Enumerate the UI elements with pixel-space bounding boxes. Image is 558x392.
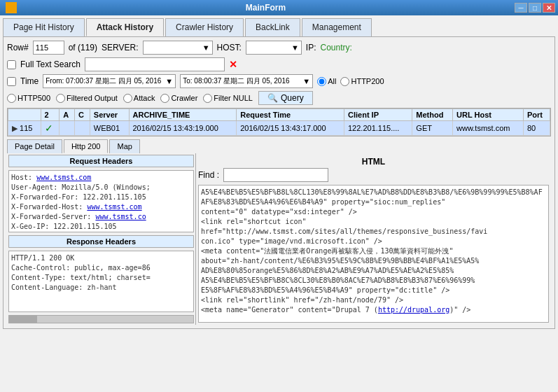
col-num: 2 xyxy=(41,109,60,121)
radio-http200-label[interactable]: HTTP200 xyxy=(340,77,384,86)
col-archive-time: ARCHIVE_TIME xyxy=(129,109,237,121)
main-tabs: Page Hit History Attack History Crawler … xyxy=(3,18,555,36)
cell-url-host: www.tsmst.com xyxy=(453,121,524,136)
radio-attack-label[interactable]: Attack xyxy=(123,94,155,103)
radio-http200[interactable] xyxy=(340,77,349,86)
server-dropdown[interactable]: ▼ xyxy=(143,41,213,55)
server-label: SERVER: xyxy=(102,43,138,52)
radio-http500-label[interactable]: HTTP500 xyxy=(7,94,50,103)
left-panel: Request Headers Host: www.tsmst.com User… xyxy=(7,153,196,325)
bottom-inner: Request Headers Host: www.tsmst.com User… xyxy=(7,153,551,325)
radio-all[interactable] xyxy=(317,77,326,86)
time-label: Time xyxy=(20,76,39,86)
col-client-ip: Client IP xyxy=(344,109,412,121)
radio-crawler-label[interactable]: Crawler xyxy=(160,94,197,103)
filter-row: Time From: 07:00:37 星期二 四月 05, 2016 ▼ To… xyxy=(7,74,551,88)
clear-search-button[interactable]: ✕ xyxy=(229,59,237,70)
row-number-input[interactable] xyxy=(33,41,64,55)
radio-filter-null-label[interactable]: Filter NULL xyxy=(203,94,253,103)
table-row[interactable]: ▶ 115 ✓ WEB01 2016/02/15 13:43:19.000 20… xyxy=(8,121,550,136)
cell-client-ip: 122.201.115.... xyxy=(344,121,412,136)
left-scrollbar[interactable] xyxy=(8,315,194,323)
bottom-container: Page Detail Http 200 Map Request Headers… xyxy=(7,139,551,325)
data-table: 2 A C Server ARCHIVE_TIME Request Time C… xyxy=(8,108,550,136)
cell-a xyxy=(60,121,75,136)
query-button[interactable]: 🔍 Query xyxy=(258,91,313,105)
html-title: HTML xyxy=(198,155,549,168)
search-row: Full Text Search ✕ xyxy=(7,57,551,71)
main-panel: Row# of (119) SERVER: ▼ HOST: ▼ IP: Coun… xyxy=(3,36,555,329)
forwarded-host-link[interactable]: www.tsmst.com xyxy=(87,203,141,211)
row-label: Row# xyxy=(7,43,29,52)
row-controls: Row# of (119) SERVER: ▼ HOST: ▼ IP: Coun… xyxy=(7,41,551,55)
tab-backlink[interactable]: BackLink xyxy=(245,18,300,36)
tab-crawler-history[interactable]: Crawler History xyxy=(165,18,244,36)
cell-server: WEB01 xyxy=(90,121,129,136)
query-row: HTTP500 Filtered Output Attack Crawler F… xyxy=(7,91,551,105)
radio-filtered-label[interactable]: Filtered Output xyxy=(56,94,118,103)
radio-filter-null[interactable] xyxy=(203,94,212,103)
forwarded-server-link[interactable]: www.tsmst.co xyxy=(95,213,146,220)
find-row: Find : xyxy=(198,168,549,182)
to-date-picker[interactable]: To: 08:00:37 星期二 四月 05, 2016 ▼ xyxy=(180,74,313,88)
response-headers-title: Response Headers xyxy=(8,235,194,248)
search-input[interactable] xyxy=(85,57,225,71)
sub-tabs: Page Detail Http 200 Map xyxy=(7,139,551,153)
cell-arrow: ▶ 115 xyxy=(8,121,41,136)
col-a: A xyxy=(60,109,75,121)
col-server: Server xyxy=(90,109,129,121)
cell-request-time: 2016/02/15 13:43:17.000 xyxy=(237,121,344,136)
title-bar: MainForm ─ □ ✕ xyxy=(0,0,558,15)
app-icon xyxy=(6,2,17,13)
cell-method: GET xyxy=(412,121,453,136)
find-label: Find : xyxy=(198,170,219,180)
radio-filtered-output[interactable] xyxy=(56,94,65,103)
time-checkbox[interactable] xyxy=(7,77,16,86)
host-label: HOST: xyxy=(217,43,242,52)
close-button[interactable]: ✕ xyxy=(543,3,555,13)
window-controls: ─ □ ✕ xyxy=(515,3,555,13)
ip-label: IP: xyxy=(306,43,316,52)
request-headers-title: Request Headers xyxy=(8,155,194,167)
sub-tab-page-detail[interactable]: Page Detail xyxy=(7,139,62,153)
sub-tab-map[interactable]: Map xyxy=(109,139,139,153)
cell-check: ✓ xyxy=(41,121,60,136)
host-dropdown[interactable]: ▼ xyxy=(246,41,302,55)
data-table-wrapper: 2 A C Server ARCHIVE_TIME Request Time C… xyxy=(7,108,551,136)
full-text-search-checkbox[interactable] xyxy=(7,60,16,69)
radio-http500[interactable] xyxy=(7,94,16,103)
col-arrow xyxy=(8,109,41,121)
maximize-button[interactable]: □ xyxy=(529,3,541,13)
response-headers-content: HTTP/1.1 200 OK Cache-Control: public, m… xyxy=(8,251,194,313)
find-input[interactable] xyxy=(223,168,328,182)
search-icon: 🔍 xyxy=(267,93,278,103)
from-date-picker[interactable]: From: 07:00:37 星期二 四月 05, 2016 ▼ xyxy=(43,74,176,88)
table-header-row: 2 A C Server ARCHIVE_TIME Request Time C… xyxy=(8,109,550,121)
col-url-host: URL Host xyxy=(453,109,524,121)
tab-attack-history[interactable]: Attack History xyxy=(86,18,164,36)
radio-all-label[interactable]: All xyxy=(317,77,336,86)
radio-crawler[interactable] xyxy=(160,94,169,103)
col-method: Method xyxy=(412,109,453,121)
drupal-link[interactable]: http://drupal.org xyxy=(378,306,449,314)
to-date-value: To: 08:00:37 星期二 四月 05, 2016 xyxy=(183,76,289,86)
html-section: HTML Find : A5%E4%BE%B5%E5%BF%B8L%8CL130… xyxy=(196,153,551,325)
cell-port: 80 xyxy=(523,121,550,136)
request-headers-content: Host: www.tsmst.com User-Agent: Mozilla/… xyxy=(8,170,194,232)
host-link[interactable]: www.tsmst.com xyxy=(36,174,91,181)
tab-management[interactable]: Management xyxy=(302,18,372,36)
from-date-value: From: 07:00:37 星期二 四月 05, 2016 xyxy=(46,76,161,86)
html-content: A5%E4%BE%B5%E5%BF%B8L%8CL130%E8%99%8AL%E… xyxy=(198,185,549,323)
cell-archive-time: 2016/02/15 13:43:19.000 xyxy=(129,121,237,136)
tab-page-hit-history[interactable]: Page Hit History xyxy=(3,18,85,36)
minimize-button[interactable]: ─ xyxy=(515,3,527,13)
radio-attack[interactable] xyxy=(123,94,132,103)
window-title: MainForm xyxy=(17,3,515,13)
main-content: Page Hit History Attack History Crawler … xyxy=(0,15,558,332)
right-panel: HTML Find : A5%E4%BE%B5%E5%BF%B8L%8CL130… xyxy=(196,153,551,325)
sub-tab-http200[interactable]: Http 200 xyxy=(64,139,109,153)
cell-c xyxy=(74,121,90,136)
country-label: Country: xyxy=(321,43,352,52)
col-c: C xyxy=(74,109,90,121)
of-label: of (119) xyxy=(69,43,97,52)
